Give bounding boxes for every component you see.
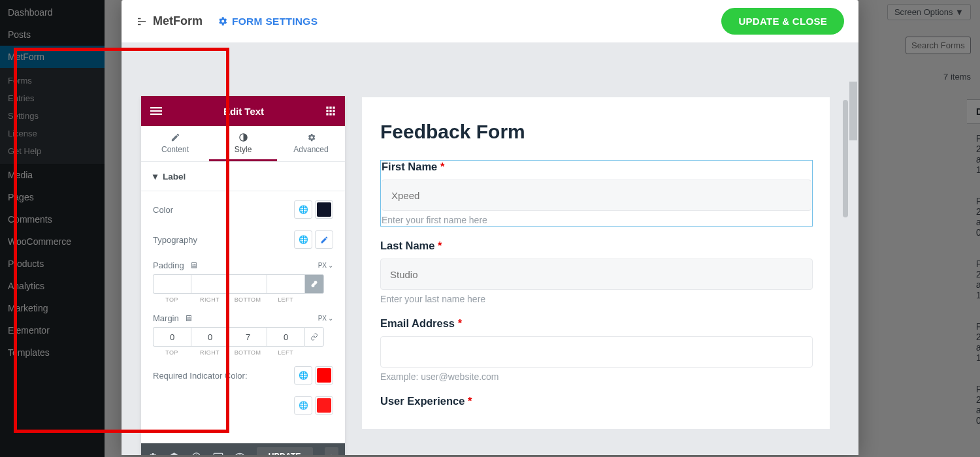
elementor-panel-header: Edit Text [141, 96, 345, 126]
svg-rect-9 [326, 110, 328, 112]
section-label-toggle[interactable]: ▾ Label [141, 162, 345, 191]
responsive-mode-icon[interactable] [213, 452, 225, 455]
field-user-experience[interactable]: User Experience * [380, 395, 813, 407]
color-swatch[interactable] [315, 366, 333, 385]
settings-icon[interactable] [148, 452, 160, 456]
gear-icon [217, 16, 228, 27]
modal-header: MetForm FORM SETTINGS UPDATE & CLOSE [122, 0, 858, 42]
email-input[interactable] [380, 336, 813, 368]
history-icon[interactable] [191, 452, 204, 456]
grid-icon[interactable] [325, 106, 336, 116]
field-help: Example: user@website.com [380, 371, 813, 382]
svg-rect-12 [326, 113, 328, 115]
svg-rect-4 [150, 110, 162, 112]
edit-typography-button[interactable] [315, 230, 333, 249]
color-swatch[interactable] [315, 396, 333, 415]
svg-rect-16 [214, 453, 222, 455]
elementor-panel-footer: UPDATE [141, 443, 345, 455]
unit-selector[interactable]: PX ⌄ [318, 315, 333, 322]
globe-icon[interactable]: 🌐 [294, 230, 312, 249]
required-indicator: * [468, 395, 472, 407]
form-preview-canvas[interactable]: Feedback Form First Name * Enter your fi… [362, 97, 830, 429]
svg-rect-6 [326, 106, 328, 108]
first-name-input[interactable] [382, 180, 811, 211]
margin-right-input[interactable] [191, 327, 229, 347]
field-label: Email Address * [380, 317, 813, 330]
tab-advanced[interactable]: Advanced [277, 126, 345, 161]
preview-icon[interactable] [235, 452, 247, 455]
modal-scrollbar-thumb[interactable] [849, 82, 857, 140]
unit-selector[interactable]: PX ⌄ [318, 262, 333, 269]
svg-rect-13 [329, 113, 331, 115]
svg-rect-14 [333, 113, 335, 115]
preview-scrollbar-thumb[interactable] [843, 100, 848, 217]
form-title: Feedback Form [380, 121, 813, 143]
padding-bottom-input[interactable] [229, 274, 267, 294]
update-close-button[interactable]: UPDATE & CLOSE [721, 8, 844, 35]
last-name-input[interactable] [380, 259, 813, 290]
navigator-icon[interactable] [169, 452, 182, 456]
globe-icon[interactable]: 🌐 [294, 396, 312, 415]
caret-down-icon: ▾ [153, 171, 157, 181]
padding-right-input[interactable] [191, 274, 229, 294]
svg-rect-7 [329, 106, 331, 108]
brand-title: MetForm [136, 14, 203, 28]
required-indicator: * [438, 240, 442, 251]
typography-label: Typography [153, 235, 197, 245]
field-help: Enter your first name here [382, 215, 811, 225]
margin-bottom-input[interactable] [229, 327, 267, 347]
chevron-down-icon: ⌄ [328, 315, 333, 322]
pencil-icon [171, 133, 180, 142]
margin-left-input[interactable] [267, 327, 304, 347]
svg-rect-5 [150, 114, 162, 115]
field-email[interactable]: Email Address * Example: user@website.co… [380, 317, 813, 382]
gear-icon [306, 133, 316, 142]
svg-rect-3 [150, 107, 162, 108]
field-help: Enter your last name here [380, 294, 813, 304]
margin-control: Margin 🖥 PX ⌄ TOPRIGHTBOTTOMLEFT [153, 313, 333, 356]
link-values-button[interactable] [304, 327, 324, 347]
color-label: Color [153, 205, 173, 215]
field-label: User Experience * [380, 395, 813, 407]
svg-rect-8 [333, 106, 335, 108]
editor-modal: MetForm FORM SETTINGS UPDATE & CLOSE Fee… [122, 0, 858, 455]
panel-title: Edit Text [223, 106, 264, 117]
padding-top-input[interactable] [153, 274, 191, 294]
panel-update-button[interactable]: UPDATE [257, 447, 313, 455]
responsive-icon[interactable]: 🖥 [184, 313, 193, 323]
required-indicator: * [440, 161, 444, 172]
field-label: Last Name * [380, 240, 813, 252]
hamburger-icon[interactable] [150, 105, 162, 117]
globe-icon[interactable]: 🌐 [294, 200, 312, 219]
margin-top-input[interactable] [153, 327, 191, 347]
brand-icon [136, 16, 148, 27]
chevron-down-icon: ⌄ [328, 262, 333, 269]
globe-icon[interactable]: 🌐 [294, 366, 312, 385]
tab-content[interactable]: Content [141, 126, 209, 161]
required-indicator-label: Required Indicator Color: [153, 371, 248, 381]
elementor-panel: Edit Text Content Style Advanced [141, 96, 345, 455]
field-first-name[interactable]: First Name * Enter your first name here [380, 160, 813, 227]
required-indicator: * [458, 317, 462, 329]
contrast-icon [238, 133, 248, 142]
field-label: First Name * [382, 161, 811, 173]
form-settings-button[interactable]: FORM SETTINGS [217, 16, 318, 27]
svg-rect-11 [333, 110, 335, 112]
padding-left-input[interactable] [267, 274, 304, 294]
tab-style[interactable]: Style [209, 126, 277, 161]
svg-rect-10 [329, 110, 331, 112]
field-last-name[interactable]: Last Name * Enter your last name here [380, 240, 813, 304]
padding-control: Padding 🖥 PX ⌄ TOPRIGHTBOTTOMLEFT [153, 260, 333, 303]
update-options-button[interactable] [325, 447, 338, 455]
responsive-icon[interactable]: 🖥 [189, 260, 198, 270]
link-values-button[interactable] [304, 274, 324, 294]
color-swatch[interactable] [315, 200, 333, 219]
